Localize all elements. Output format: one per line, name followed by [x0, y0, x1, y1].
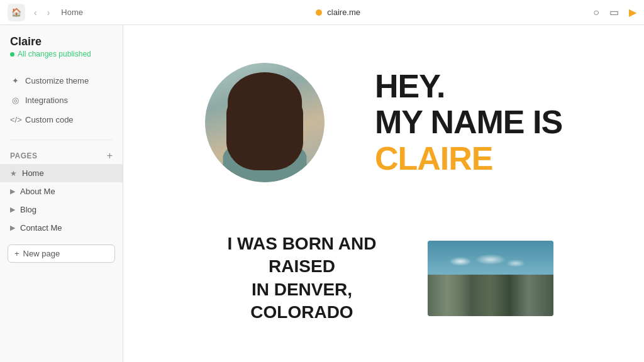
home-icon: 🏠 [11, 8, 21, 17]
hero-line3: CLAIRE [375, 141, 562, 177]
hero-section: HEY. MY NAME IS CLAIRE [123, 25, 644, 220]
code-icon: </> [10, 115, 20, 124]
topbar-center: claire.me [88, 8, 588, 17]
topbar: 🏠 ‹ › Home claire.me ○ ▭ ▶ [0, 0, 644, 25]
topbar-right: ○ ▭ ▶ [593, 6, 636, 18]
born-line2: IN DENVER, COLORADO [214, 278, 390, 324]
sidebar-item-label: Integrations [25, 96, 68, 105]
device-icon[interactable]: ▭ [609, 6, 619, 18]
theme-icon: ✦ [10, 76, 20, 85]
page-item-label: Contact Me [20, 223, 62, 233]
sidebar: Claire All changes published ✦ Customize… [0, 25, 123, 362]
new-page-button[interactable]: + New page [8, 244, 115, 263]
page-item-label: About Me [20, 187, 55, 196]
canvas-inner: HEY. MY NAME IS CLAIRE I WAS BORN AND RA… [123, 25, 644, 362]
hero-text: HEY. MY NAME IS CLAIRE [375, 69, 562, 177]
info-icon[interactable]: ○ [593, 7, 599, 18]
sidebar-item-label: Customize theme [25, 76, 89, 85]
main-layout: Claire All changes published ✦ Customize… [0, 25, 644, 362]
chevron-right-icon: ▶ [10, 224, 15, 232]
brand-name: Claire [10, 35, 113, 48]
page-item-label: Home [22, 168, 44, 178]
forward-button[interactable]: › [43, 5, 54, 20]
status-dot [10, 52, 14, 57]
status-text: All changes published [18, 50, 91, 58]
sidebar-item-customize-theme[interactable]: ✦ Customize theme [0, 71, 123, 90]
avatar [205, 63, 325, 182]
breadcrumb: Home [61, 8, 83, 17]
city-buildings [428, 275, 553, 316]
page-item-about-me[interactable]: ▶ About Me [0, 182, 123, 200]
new-page-label: New page [23, 249, 60, 258]
page-item-home[interactable]: ★ Home [0, 164, 123, 182]
nav-buttons: ‹ › [30, 5, 53, 20]
integrations-icon: ◎ [10, 96, 20, 105]
page-item-contact-me[interactable]: ▶ Contact Me [0, 219, 123, 237]
pages-label: Pages [10, 151, 38, 160]
sidebar-item-label: Custom code [25, 115, 74, 124]
born-text: I WAS BORN AND RAISED IN DENVER, COLORAD… [214, 233, 390, 324]
chevron-right-icon: ▶ [10, 206, 15, 214]
sidebar-item-integrations[interactable]: ◎ Integrations [0, 90, 123, 110]
site-status-dot [316, 9, 322, 16]
plus-icon: + [14, 249, 19, 258]
city-image [428, 241, 553, 316]
canvas: HEY. MY NAME IS CLAIRE I WAS BORN AND RA… [123, 25, 644, 362]
city-clouds [440, 252, 541, 271]
hair [228, 72, 302, 132]
sidebar-item-custom-code[interactable]: </> Custom code [0, 110, 123, 129]
born-section: I WAS BORN AND RAISED IN DENVER, COLORAD… [123, 220, 644, 349]
publish-status: All changes published [10, 50, 113, 58]
sidebar-menu: ✦ Customize theme ◎ Integrations </> Cus… [0, 71, 123, 129]
pages-section-header: Pages + [0, 145, 123, 164]
pages-list: ★ Home ▶ About Me ▶ Blog ▶ Contact Me [0, 164, 123, 237]
page-item-label: Blog [20, 205, 36, 214]
publish-button[interactable]: ▶ [629, 6, 636, 18]
site-url[interactable]: claire.me [327, 8, 360, 17]
avatar-image [205, 63, 325, 182]
sidebar-divider [10, 140, 113, 140]
home-button[interactable]: 🏠 [8, 4, 25, 21]
star-icon: ★ [10, 169, 17, 178]
sidebar-brand: Claire All changes published [0, 35, 123, 66]
hero-line1: HEY. [375, 69, 562, 104]
born-line1: I WAS BORN AND RAISED [214, 233, 390, 278]
add-page-button[interactable]: + [107, 150, 113, 162]
back-button[interactable]: ‹ [30, 5, 41, 20]
hero-line2: MY NAME IS [375, 104, 562, 140]
page-item-blog[interactable]: ▶ Blog [0, 200, 123, 219]
chevron-right-icon: ▶ [10, 187, 15, 195]
